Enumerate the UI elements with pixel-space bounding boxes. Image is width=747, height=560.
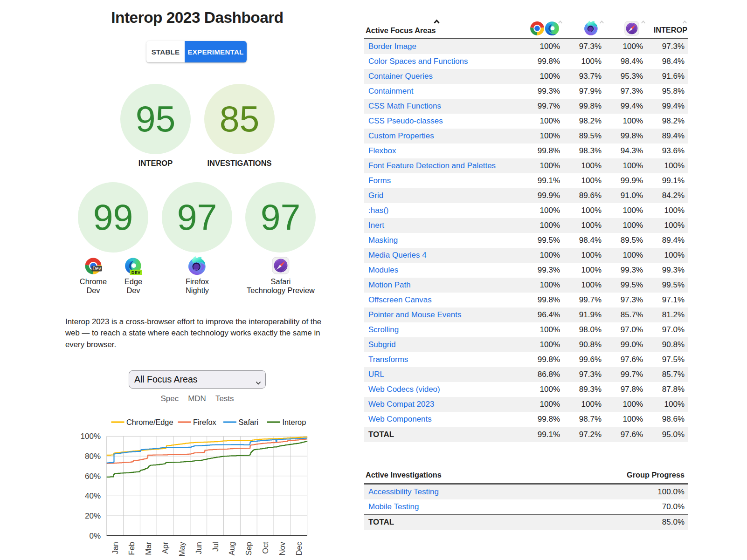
svg-text:0%: 0% (89, 532, 101, 540)
svg-text:Jul: Jul (211, 542, 220, 552)
svg-text:Jan: Jan (111, 542, 119, 554)
svg-text:Chrome/Edge: Chrome/Edge (126, 418, 173, 426)
svg-text:Apr: Apr (161, 542, 169, 554)
svg-text:Sep: Sep (244, 542, 253, 555)
svg-text:Dec: Dec (295, 542, 303, 555)
svg-text:Oct: Oct (261, 542, 270, 554)
svg-text:100%: 100% (81, 432, 101, 441)
svg-text:20%: 20% (85, 512, 101, 520)
svg-text:60%: 60% (85, 472, 101, 481)
svg-text:Interop: Interop (283, 418, 306, 426)
svg-text:Mar: Mar (144, 542, 152, 555)
svg-text:Firefox: Firefox (193, 418, 216, 426)
svg-text:40%: 40% (85, 492, 101, 500)
svg-text:Safari: Safari (239, 418, 259, 426)
svg-text:Feb: Feb (127, 542, 136, 555)
svg-text:May: May (178, 541, 186, 556)
svg-text:Jun: Jun (194, 542, 203, 554)
svg-text:Aug: Aug (228, 542, 236, 555)
svg-text:80%: 80% (85, 452, 101, 461)
svg-text:Nov: Nov (278, 541, 286, 555)
